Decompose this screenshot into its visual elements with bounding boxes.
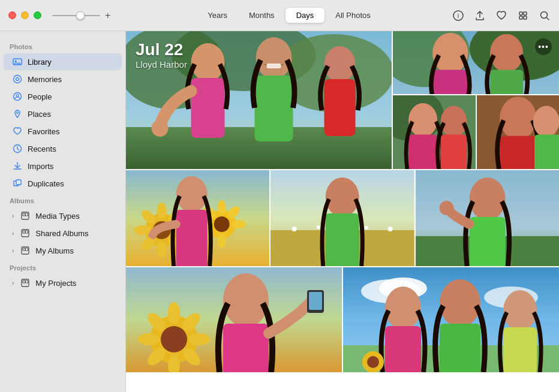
- heart-icon[interactable]: [495, 10, 507, 22]
- tab-all-photos[interactable]: All Photos: [324, 8, 381, 23]
- titlebar: + Years Months Days All Photos i: [0, 0, 559, 31]
- library-icon: [12, 56, 23, 67]
- svg-rect-25: [26, 248, 28, 251]
- svg-rect-27: [23, 281, 25, 283]
- svg-point-73: [214, 216, 230, 232]
- photo-top-right[interactable]: •••: [393, 31, 559, 94]
- svg-rect-5: [524, 16, 527, 19]
- favorites-label: Favorites: [28, 127, 59, 136]
- sidebar-item-library[interactable]: Library: [4, 53, 122, 70]
- photo-bottom-right-2[interactable]: [477, 95, 559, 169]
- svg-rect-28: [26, 281, 28, 283]
- zoom-slider[interactable]: [52, 15, 100, 16]
- svg-point-85: [317, 225, 320, 229]
- svg-rect-90: [326, 213, 359, 266]
- svg-rect-94: [469, 217, 505, 266]
- my-albums-label: My Albums: [35, 246, 74, 255]
- sidebar: Photos Library Memories: [0, 31, 126, 392]
- svg-point-88: [388, 227, 393, 231]
- sidebar-item-memories[interactable]: Memories: [4, 71, 122, 88]
- memories-icon: [12, 74, 23, 85]
- svg-point-59: [533, 105, 559, 137]
- shared-albums-label: Shared Albums: [35, 229, 88, 238]
- sidebar-item-shared-albums[interactable]: › Shared Albums: [4, 225, 122, 242]
- tab-years[interactable]: Years: [197, 8, 238, 23]
- maximize-button[interactable]: [34, 11, 41, 19]
- minimize-button[interactable]: [21, 11, 29, 19]
- svg-rect-58: [500, 135, 536, 169]
- photo-row-1: Jul 22 Lloyd Harbor: [126, 31, 559, 169]
- photo-row-2: [126, 170, 559, 266]
- svg-point-107: [223, 273, 269, 327]
- svg-rect-46: [432, 70, 468, 94]
- tab-days[interactable]: Days: [285, 8, 325, 23]
- media-types-label: Media Types: [35, 212, 79, 221]
- svg-rect-52: [408, 134, 437, 169]
- duplicates-icon: [12, 178, 23, 189]
- tab-months[interactable]: Months: [238, 8, 285, 23]
- svg-point-123: [367, 356, 379, 368]
- svg-point-12: [16, 95, 19, 97]
- photo-field[interactable]: [271, 170, 414, 266]
- places-icon: [12, 108, 23, 119]
- sidebar-item-my-projects[interactable]: › My Projects: [4, 275, 122, 291]
- svg-rect-4: [519, 16, 522, 19]
- svg-rect-110: [309, 292, 322, 310]
- share-icon[interactable]: [474, 10, 486, 22]
- svg-rect-81: [176, 210, 208, 266]
- svg-point-39: [324, 46, 356, 82]
- sidebar-item-people[interactable]: People: [4, 88, 122, 105]
- svg-point-66: [134, 225, 151, 235]
- my-albums-chevron-icon: ›: [12, 248, 14, 254]
- sidebar-item-duplicates[interactable]: Duplicates: [4, 175, 122, 192]
- svg-point-53: [441, 105, 467, 137]
- svg-rect-48: [490, 70, 523, 94]
- sidebar-item-places[interactable]: Places: [4, 105, 122, 122]
- photo-main-large[interactable]: Jul 22 Lloyd Harbor: [126, 31, 392, 169]
- toolbar-icons: i: [452, 10, 559, 22]
- svg-rect-41: [267, 64, 281, 68]
- sidebar-item-imports[interactable]: Imports: [4, 158, 122, 174]
- my-projects-icon: [20, 278, 31, 288]
- sidebar-item-media-types[interactable]: › Media Types: [4, 207, 122, 224]
- photo-bottom-right-1[interactable]: [393, 95, 475, 169]
- my-projects-chevron-icon: ›: [12, 280, 14, 287]
- svg-point-34: [191, 43, 225, 82]
- close-button[interactable]: [8, 11, 16, 19]
- svg-rect-119: [440, 324, 480, 372]
- svg-rect-35: [191, 78, 225, 138]
- info-icon[interactable]: i: [452, 10, 464, 22]
- svg-rect-40: [324, 79, 356, 136]
- svg-point-93: [469, 177, 505, 221]
- sidebar-item-my-albums[interactable]: › My Albums: [4, 242, 122, 259]
- my-albums-icon: [20, 245, 31, 256]
- photo-group-blue-sky[interactable]: [343, 267, 559, 372]
- svg-point-37: [256, 37, 292, 79]
- recents-label: Recents: [28, 144, 56, 153]
- square-crop-icon[interactable]: [517, 10, 529, 22]
- day-header-location: Lloyd Harbor: [136, 59, 187, 70]
- photo-outdoor-phone[interactable]: [416, 170, 559, 266]
- sidebar-item-recents[interactable]: Recents: [4, 140, 122, 157]
- sidebar-section-projects: Projects: [0, 260, 125, 274]
- more-options-button[interactable]: •••: [535, 38, 552, 55]
- svg-point-74: [218, 200, 226, 215]
- search-icon[interactable]: [539, 10, 551, 22]
- svg-point-99: [168, 302, 180, 324]
- photo-sunflowers[interactable]: [126, 170, 269, 266]
- svg-rect-2: [519, 12, 522, 15]
- svg-point-13: [17, 112, 19, 114]
- svg-rect-117: [385, 326, 421, 372]
- svg-point-8: [15, 61, 17, 62]
- svg-rect-3: [524, 12, 527, 15]
- places-label: Places: [28, 110, 51, 119]
- my-projects-label: My Projects: [35, 279, 76, 288]
- sidebar-item-favorites[interactable]: Favorites: [4, 123, 122, 140]
- zoom-plus-icon[interactable]: +: [105, 10, 110, 21]
- svg-rect-16: [16, 180, 21, 185]
- svg-point-102: [188, 333, 210, 345]
- svg-point-77: [232, 220, 246, 228]
- sidebar-section-albums: Albums: [0, 192, 125, 207]
- svg-text:i: i: [458, 12, 459, 19]
- photo-selfie-sunflower[interactable]: [126, 267, 342, 372]
